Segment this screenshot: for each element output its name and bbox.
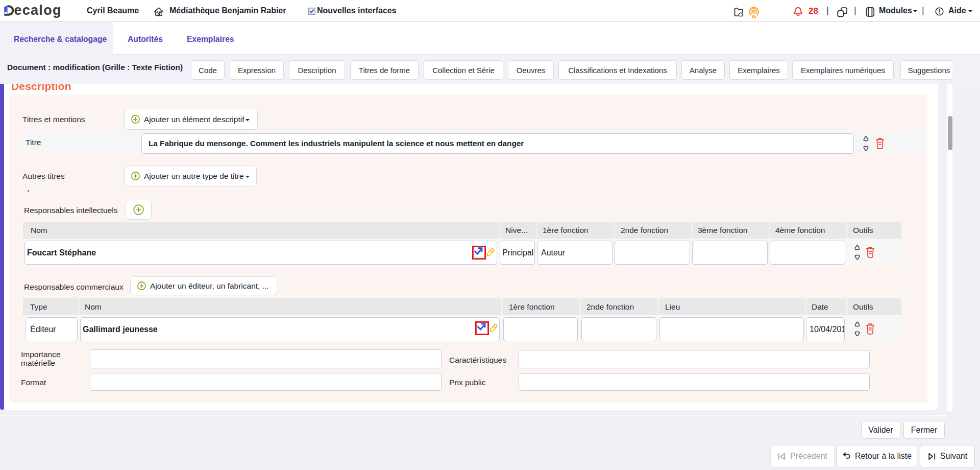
svg-text:ecalog: ecalog [14, 3, 61, 18]
